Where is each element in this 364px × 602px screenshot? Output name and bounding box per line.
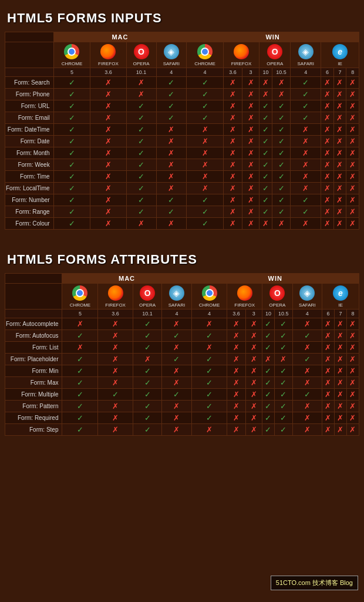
cross-icon: ✗ <box>265 355 271 364</box>
check-icon: ✓ <box>69 90 75 99</box>
cell-value: ✗ <box>245 342 262 354</box>
row-label: Form: Date <box>5 136 54 147</box>
cell-value: ✗ <box>90 89 126 100</box>
cell-value: ✗ <box>187 171 224 183</box>
cross-icon: ✗ <box>112 355 119 364</box>
cross-icon: ✗ <box>230 102 236 110</box>
firefox-icon-mac2 <box>107 285 124 301</box>
cell-value: ✗ <box>162 318 191 330</box>
check-icon: ✓ <box>265 390 271 399</box>
table-row: Form: Week✓✗✓✗✗✗✗✓✓✗✗✗✗ <box>5 159 359 171</box>
cross-icon: ✗ <box>138 78 144 87</box>
row-label: Form: Placeholder <box>5 354 62 365</box>
cell-value: ✗ <box>292 342 322 354</box>
cell-value: ✗ <box>223 112 242 124</box>
cross-icon: ✗ <box>233 331 240 340</box>
cell-value: ✗ <box>191 342 227 354</box>
section1-title: HTML5 FORMS INPUTS <box>5 6 359 32</box>
cell-value: ✗ <box>333 171 346 183</box>
cell-value: ✗ <box>242 183 259 194</box>
cell-value: ✗ <box>98 412 133 424</box>
cell-value: ✓ <box>274 377 292 389</box>
cell-value: ✗ <box>227 330 245 342</box>
table-row: Form: LocalTime✓✗✓✗✗✗✗✓✓✗✗✗✗ <box>5 183 359 194</box>
mac-header2: MAC <box>62 274 191 284</box>
cell-value: ✓ <box>62 412 98 424</box>
cell-value: ✓ <box>133 401 162 412</box>
cell-value: ✓ <box>133 365 162 377</box>
cross-icon: ✗ <box>325 320 331 328</box>
check-icon: ✓ <box>278 125 285 134</box>
cell-value: ✗ <box>333 124 346 136</box>
table-row: Form: Multiple✓✓✓✓✓✗✗✓✓✓✗✗✗ <box>5 389 359 401</box>
cross-icon: ✗ <box>230 184 236 193</box>
cross-icon: ✗ <box>168 125 174 134</box>
cell-value: ✓ <box>272 147 291 159</box>
cross-icon: ✗ <box>230 219 236 228</box>
v2-mac-sf: 4 <box>162 310 191 318</box>
cross-icon: ✗ <box>337 331 343 340</box>
cell-value: ✓ <box>272 159 291 171</box>
check-icon: ✓ <box>138 137 144 146</box>
v2-win-op1: 10 <box>262 310 274 318</box>
cross-icon: ✗ <box>138 219 144 228</box>
cell-value: ✗ <box>334 424 346 436</box>
cell-value: ✗ <box>346 159 359 171</box>
safari-icon-win <box>298 43 314 60</box>
cell-value: ✗ <box>334 377 346 389</box>
cross-icon: ✗ <box>206 343 213 352</box>
check-icon: ✓ <box>206 402 213 411</box>
cross-icon: ✗ <box>251 390 257 399</box>
cell-value: ✓ <box>291 100 321 112</box>
cross-icon: ✗ <box>349 102 356 110</box>
cell-value: ✗ <box>227 365 245 377</box>
check-icon: ✓ <box>144 366 151 375</box>
v2-win-op2: 10.5 <box>274 310 292 318</box>
check-icon: ✓ <box>262 149 269 157</box>
cross-icon: ✗ <box>302 125 309 134</box>
cell-value: ✗ <box>334 401 346 412</box>
firefox-icon-win <box>233 43 250 60</box>
v2-win-ff2: 3 <box>245 310 262 318</box>
cross-icon: ✗ <box>173 402 180 411</box>
table-row: Form: Required✓✗✓✗✓✗✗✓✓✗✗✗✗ <box>5 412 359 424</box>
table-row: Form: Pattern✓✗✓✗✓✗✗✓✓✗✗✗✗ <box>5 401 359 412</box>
check-icon: ✓ <box>202 90 208 99</box>
cell-value: ✓ <box>272 171 291 183</box>
section-attributes: HTML5 FORMS ATTRIBUTES MAC WIN CHROME FI… <box>0 241 364 448</box>
cell-value: ✗ <box>321 77 334 89</box>
table-row: Form: Autocomplete✗✗✓✗✗✗✗✓✓✗✗✗✗ <box>5 318 359 330</box>
check-icon: ✓ <box>144 331 151 340</box>
cell-value: ✓ <box>156 194 187 206</box>
mac-chrome-label: CHROME <box>55 61 89 66</box>
cell-value: ✓ <box>262 412 274 424</box>
cell-value: ✗ <box>98 365 133 377</box>
cell-value: ✗ <box>272 77 291 89</box>
cell-value: ✗ <box>90 124 126 136</box>
cell-value: ✓ <box>274 318 292 330</box>
cross-icon: ✗ <box>337 378 343 387</box>
cell-value: ✗ <box>191 424 227 436</box>
cell-value: ✓ <box>259 124 272 136</box>
cell-value: ✗ <box>223 77 242 89</box>
check-icon: ✓ <box>77 425 83 434</box>
check-icon: ✓ <box>144 320 151 328</box>
cell-value: ✓ <box>292 389 322 401</box>
mac-chrome-label2: CHROME <box>63 302 96 308</box>
cross-icon: ✗ <box>325 402 331 411</box>
cross-icon: ✗ <box>202 149 208 157</box>
cross-icon: ✗ <box>304 425 311 434</box>
check-icon: ✓ <box>69 125 75 134</box>
cross-icon: ✗ <box>349 149 356 157</box>
cross-icon: ✗ <box>251 366 257 375</box>
cell-value: ✓ <box>262 389 274 401</box>
cell-value: ✗ <box>346 147 359 159</box>
check-icon: ✓ <box>69 207 75 216</box>
cross-icon: ✗ <box>77 343 83 352</box>
table-row: Form: URL✓✗✓✓✓✗✗✓✓✓✗✗✗ <box>5 100 359 112</box>
empty-corner <box>5 32 54 42</box>
cell-value: ✓ <box>126 147 156 159</box>
check-icon: ✓ <box>206 331 213 340</box>
cross-icon: ✗ <box>337 390 343 399</box>
cell-value: ✗ <box>162 401 191 412</box>
